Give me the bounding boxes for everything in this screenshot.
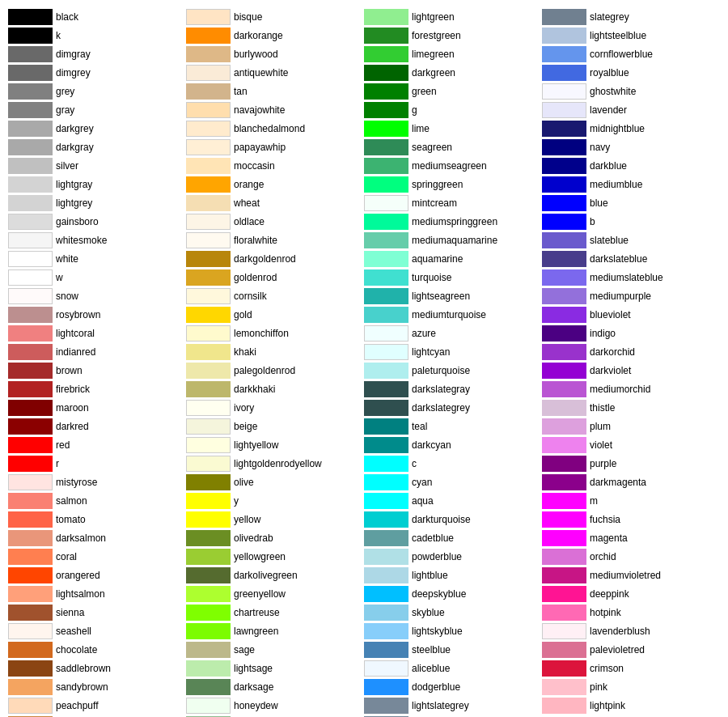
- color-swatch: [542, 474, 586, 490]
- color-name-label: midnightblue: [590, 123, 645, 134]
- color-name-label: rosybrown: [56, 309, 100, 320]
- color-name-label: burlywood: [234, 49, 278, 60]
- color-name-label: blue: [590, 197, 608, 209]
- color-item: cornflowerblue: [542, 45, 720, 63]
- color-name-label: thistle: [590, 402, 615, 414]
- color-column-3: slategreylightsteelbluecornflowerblueroy…: [542, 8, 720, 717]
- color-swatch: [364, 158, 408, 174]
- color-name-label: aqua: [412, 495, 434, 507]
- color-swatch: [8, 121, 53, 137]
- color-swatch: [8, 530, 53, 546]
- color-swatch: [186, 344, 231, 360]
- color-swatch: [8, 46, 53, 62]
- color-item: indianred: [8, 343, 186, 361]
- color-item: lightsage: [186, 660, 364, 677]
- color-name-label: ivory: [234, 402, 254, 414]
- color-item: lightslategrey: [364, 697, 542, 715]
- color-name-label: pink: [590, 681, 607, 693]
- color-item: gainsboro: [8, 213, 186, 231]
- color-item: thistle: [542, 399, 720, 417]
- color-name-label: darkorange: [234, 30, 283, 41]
- color-swatch: [364, 698, 408, 714]
- color-item: olive: [186, 473, 364, 491]
- color-swatch: [542, 511, 586, 528]
- color-swatch: [8, 65, 53, 81]
- color-name-label: lightgoldenrodyellow: [234, 458, 322, 469]
- color-item: papayawhip: [186, 138, 364, 156]
- color-swatch: [186, 623, 231, 639]
- color-item: g: [364, 101, 542, 119]
- color-name-label: whitesmoke: [56, 235, 107, 246]
- color-swatch: [542, 456, 586, 472]
- color-column-1: bisquedarkorangeburlywoodantiquewhitetan…: [186, 8, 364, 717]
- color-item: lightseagreen: [364, 287, 542, 305]
- color-swatch: [364, 121, 408, 137]
- color-name-label: white: [56, 253, 78, 265]
- color-name-label: cornflowerblue: [590, 49, 653, 60]
- color-swatch: [364, 418, 408, 435]
- color-name-label: gainsboro: [56, 216, 99, 227]
- color-item: darkgray: [8, 138, 186, 156]
- color-item: goldenrod: [186, 269, 364, 286]
- color-name-label: gray: [56, 104, 74, 116]
- color-swatch: [542, 400, 586, 416]
- color-swatch: [8, 381, 53, 397]
- color-item: wheat: [186, 194, 364, 212]
- color-item: darksage: [186, 678, 364, 696]
- color-swatch: [364, 474, 408, 490]
- color-swatch: [186, 83, 231, 100]
- color-name-label: cadetblue: [412, 532, 454, 544]
- color-swatch: [364, 102, 408, 118]
- color-swatch: [542, 139, 586, 155]
- color-item: midnightblue: [542, 120, 720, 138]
- color-swatch: [8, 474, 53, 490]
- color-name-label: limegreen: [412, 49, 455, 60]
- color-name-label: darkmagenta: [590, 477, 646, 488]
- color-swatch: [186, 46, 231, 62]
- color-item: deeppink: [542, 585, 720, 603]
- color-item: aquamarine: [364, 250, 542, 268]
- color-item: oldlace: [186, 213, 364, 231]
- color-item: honeydew: [186, 697, 364, 715]
- color-swatch: [364, 9, 408, 25]
- color-swatch: [186, 381, 231, 397]
- color-swatch: [8, 288, 53, 304]
- color-swatch: [542, 121, 586, 137]
- color-name-label: sandybrown: [56, 681, 108, 693]
- color-name-label: oldlace: [234, 216, 265, 227]
- color-item: indigo: [542, 325, 720, 342]
- color-swatch: [542, 46, 586, 62]
- color-swatch: [8, 363, 53, 379]
- color-name-label: crimson: [590, 663, 624, 674]
- color-swatch: [364, 530, 408, 546]
- color-name-label: orchid: [590, 551, 616, 562]
- color-name-label: mintcream: [412, 197, 457, 209]
- color-item: navy: [542, 138, 720, 156]
- color-swatch: [8, 642, 53, 658]
- color-item: darkgrey: [8, 120, 186, 138]
- color-name-label: chartreuse: [234, 607, 280, 618]
- color-item: lightyellow: [186, 436, 364, 454]
- color-swatch: [542, 83, 586, 100]
- color-swatch: [542, 344, 586, 360]
- color-item: coral: [8, 548, 186, 566]
- color-swatch: [364, 325, 408, 342]
- color-item: r: [8, 455, 186, 473]
- color-name-label: olivedrab: [234, 532, 273, 544]
- color-item: azure: [364, 325, 542, 342]
- color-swatch: [8, 102, 53, 118]
- color-name-label: lightsage: [234, 663, 273, 674]
- color-item: gray: [8, 101, 186, 119]
- color-name-label: mediumorchid: [590, 384, 650, 395]
- color-name-label: mediumaquamarine: [412, 235, 497, 246]
- color-item: darkorange: [186, 27, 364, 45]
- color-item: blanchedalmond: [186, 120, 364, 138]
- color-swatch: [364, 28, 408, 44]
- color-item: mediumspringgreen: [364, 213, 542, 231]
- color-item: k: [8, 27, 186, 45]
- color-name-label: coral: [56, 551, 77, 562]
- color-name-label: saddlebrown: [56, 663, 111, 674]
- color-item: blueviolet: [542, 306, 720, 324]
- color-item: darkcyan: [364, 436, 542, 454]
- color-item: lightpink: [542, 697, 720, 715]
